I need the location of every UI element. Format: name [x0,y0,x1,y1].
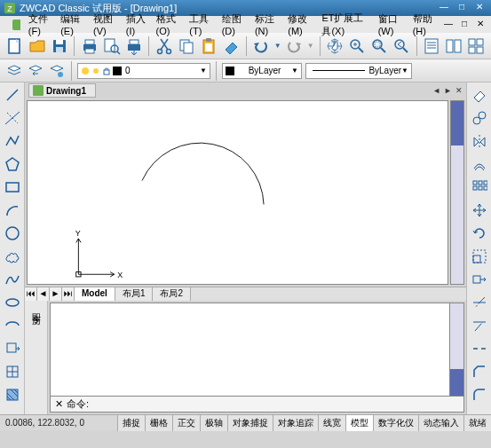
print-button[interactable] [80,35,99,57]
layout-nav-next[interactable]: ► [50,287,62,301]
menu-file[interactable]: 文件(F) [24,11,56,38]
circle-tool[interactable] [4,224,21,242]
paste-button[interactable] [200,35,218,57]
undo-dropdown[interactable]: ▼ [274,42,281,50]
design-center-button[interactable] [445,35,463,57]
redo-dropdown[interactable]: ▼ [307,42,314,50]
status-grid[interactable]: 栅格 [145,415,172,431]
layout-nav-prev[interactable]: ◄ [37,287,50,301]
menu-modify[interactable]: 修改(M) [283,11,317,38]
layout-tab-2[interactable]: 布局2 [153,287,191,301]
mirror-tool[interactable] [471,132,488,150]
ellipse-tool[interactable] [4,294,21,311]
layer-previous-button[interactable] [27,62,44,80]
document-tabs: Drawing1 ◄ ► ✕ [25,83,466,98]
layout-tab-1[interactable]: 布局1 [115,287,154,301]
mdi-restore-button[interactable]: □ [457,19,471,31]
scale-tool[interactable] [471,248,488,265]
line-tool[interactable] [4,86,21,104]
eraser-button[interactable] [222,35,241,57]
construction-line-tool[interactable] [4,109,21,127]
polyline-tool[interactable] [4,132,21,150]
layout-tab-model[interactable]: Model [75,287,115,301]
menu-window[interactable]: 窗口(W) [374,11,408,38]
arc-tool[interactable] [4,201,21,219]
menu-insert[interactable]: 插入(I) [122,11,152,38]
stretch-tool[interactable] [471,271,488,288]
copy-button[interactable] [177,35,195,57]
break-tool[interactable] [471,340,488,358]
make-block-tool[interactable] [4,363,21,381]
linetype-dropdown[interactable]: ByLayer ▼ [305,63,412,79]
mdi-close-button[interactable]: ✕ [473,19,487,31]
status-dyn[interactable]: 动态输入 [418,415,463,431]
menu-et[interactable]: ET扩展工具(X) [317,10,373,40]
trim-tool[interactable] [471,294,488,311]
new-button[interactable] [5,35,24,57]
hatch-tool[interactable] [4,386,21,404]
zoom-previous-button[interactable] [392,35,411,57]
tab-close[interactable]: ✕ [455,86,463,95]
ellipse-arc-tool[interactable] [4,317,21,334]
tab-nav-right[interactable]: ► [444,86,452,95]
fillet-tool[interactable] [471,386,488,404]
erase-tool[interactable] [471,86,488,104]
mdi-minimize-button[interactable]: — [441,19,455,31]
open-button[interactable] [28,35,46,57]
drawing-canvas[interactable]: X Y [27,100,448,285]
close-button[interactable]: ✕ [471,2,487,14]
chamfer-tool[interactable] [471,363,488,381]
menu-dimension[interactable]: 标注(N) [250,11,283,38]
command-input[interactable] [89,399,463,410]
copy-tool[interactable] [471,109,488,127]
menu-edit[interactable]: 编辑(E) [56,11,89,38]
status-polar[interactable]: 极轴 [200,415,227,431]
layout-nav-first[interactable]: ⏮ [25,287,37,301]
layer-manager-button[interactable] [5,62,23,80]
polygon-tool[interactable] [4,155,21,173]
array-tool[interactable] [471,178,488,196]
maximize-button[interactable]: □ [454,2,470,14]
offset-tool[interactable] [471,155,488,173]
sun-icon [91,67,100,75]
layer-dropdown[interactable]: 0 ▼ [77,63,210,79]
status-snap[interactable]: 捕捉 [117,415,145,431]
menu-tools[interactable]: 工具(T) [185,11,217,38]
rectangle-tool[interactable] [4,178,21,196]
color-dropdown[interactable]: ByLayer ▼ [222,63,302,79]
menu-help[interactable]: 帮助(H) [408,11,441,38]
menu-format[interactable]: 格式(O) [152,11,186,38]
cut-button[interactable] [154,35,173,57]
command-history[interactable] [50,303,450,397]
status-ready[interactable]: 就绪 [463,415,491,431]
print-preview-button[interactable] [102,35,121,57]
status-otrack[interactable]: 对象追踪 [273,415,318,431]
rotate-tool[interactable] [471,224,488,242]
save-button[interactable] [50,35,68,57]
redo-button[interactable] [285,35,304,57]
canvas-vertical-scrollbar[interactable] [450,100,464,285]
plot-button[interactable] [124,35,143,57]
layout-nav-last[interactable]: ⏭ [62,287,75,301]
status-ortho[interactable]: 正交 [172,415,200,431]
command-scrollbar[interactable] [450,303,464,397]
spline-tool[interactable] [4,271,21,288]
status-lwt[interactable]: 线宽 [318,415,345,431]
tab-nav-left[interactable]: ◄ [432,86,440,95]
svg-rect-49 [6,183,19,192]
insert-block-tool[interactable] [4,340,21,358]
status-bar: 0.0086, 122.8032, 0 捕捉 栅格 正交 极轴 对象捕捉 对象追… [0,414,491,430]
properties-button[interactable] [423,35,441,57]
status-osnap[interactable]: 对象捕捉 [227,415,273,431]
menu-draw[interactable]: 绘图(D) [218,11,250,38]
extend-tool[interactable] [471,317,488,334]
document-tab[interactable]: Drawing1 [28,83,96,98]
layer-states-button[interactable] [48,62,66,80]
move-tool[interactable] [471,201,488,219]
status-model[interactable]: 模型 [345,415,373,431]
status-digitizer[interactable]: 数字化仪 [373,415,418,431]
undo-button[interactable] [252,35,271,57]
revision-cloud-tool[interactable] [4,248,21,265]
tool-palettes-button[interactable] [467,35,486,57]
menu-view[interactable]: 视图(V) [89,11,122,38]
